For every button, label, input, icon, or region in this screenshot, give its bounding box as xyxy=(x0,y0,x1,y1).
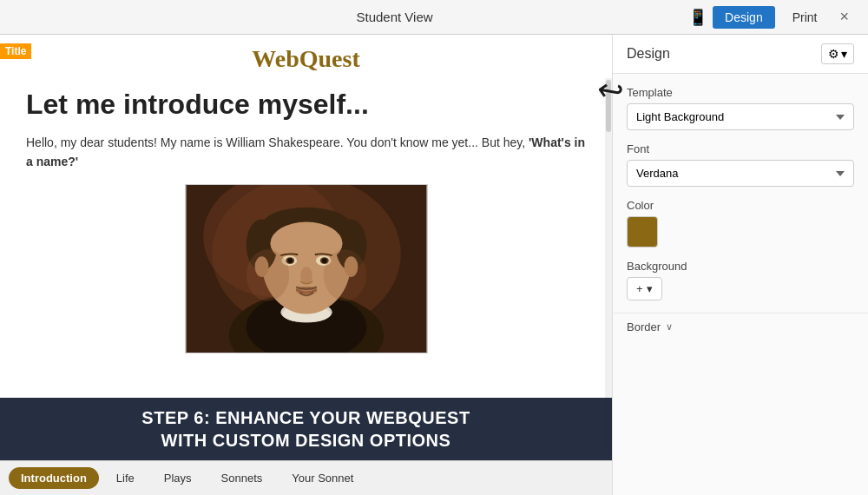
border-label: Border xyxy=(627,320,661,333)
svg-point-23 xyxy=(323,249,365,300)
color-field: Color xyxy=(627,199,854,248)
bg-chevron-icon: ▾ xyxy=(647,282,653,295)
design-body: Template Light Background Dark Backgroun… xyxy=(613,74,868,313)
template-select[interactable]: Light Background Dark Background Classic… xyxy=(627,103,854,130)
gear-icon: ⚙ xyxy=(828,47,839,61)
tab-introduction[interactable]: Introduction xyxy=(9,467,99,489)
gear-button[interactable]: ⚙ ▾ xyxy=(821,43,854,64)
webquest-title: WebQuest xyxy=(0,35,612,80)
svg-point-22 xyxy=(246,249,288,300)
svg-point-18 xyxy=(300,267,312,284)
font-label: Font xyxy=(627,142,854,155)
svg-point-16 xyxy=(287,258,293,263)
background-field: Background + ▾ xyxy=(627,260,854,300)
intro-text-body: Hello, my dear students! My name is Will… xyxy=(26,135,529,149)
color-label: Color xyxy=(627,199,854,212)
scroll-area[interactable] xyxy=(605,78,612,452)
main-layout: Title WebQuest Let me introduce myself..… xyxy=(0,35,868,495)
close-button[interactable]: × xyxy=(834,6,854,28)
svg-point-17 xyxy=(321,258,326,263)
tab-your-sonnet[interactable]: Your Sonnet xyxy=(279,467,365,489)
tab-sonnets[interactable]: Sonnets xyxy=(209,467,275,489)
tab-plays[interactable]: Plays xyxy=(152,467,204,489)
template-field: Template Light Background Dark Backgroun… xyxy=(627,86,854,130)
tabs-bar: Introduction Life Plays Sonnets Your Son… xyxy=(0,460,612,495)
banner-line1: STEP 6: ENHANCE YOUR WEBQUEST xyxy=(9,406,603,429)
top-bar: Student View 📱 Design Print × xyxy=(0,0,868,35)
template-label: Template xyxy=(627,86,854,99)
background-add-button[interactable]: + ▾ xyxy=(627,277,662,300)
design-panel-title: Design xyxy=(627,46,670,62)
print-button[interactable]: Print xyxy=(780,6,830,29)
portrait-image xyxy=(185,184,428,353)
border-row[interactable]: Border ∨ xyxy=(613,313,868,340)
tab-life[interactable]: Life xyxy=(104,467,147,489)
background-label: Background xyxy=(627,260,854,273)
intro-text: Hello, my dear students! My name is Will… xyxy=(26,133,586,172)
design-panel: ↪ Design ⚙ ▾ Template Light Background D… xyxy=(612,35,868,495)
color-swatch[interactable] xyxy=(627,216,658,248)
student-view-title: Student View xyxy=(101,10,688,24)
font-select[interactable]: Verdana Arial Georgia Times New Roman xyxy=(627,160,854,187)
student-panel: Title WebQuest Let me introduce myself..… xyxy=(0,35,612,495)
design-button[interactable]: Design xyxy=(713,6,775,29)
title-badge: Title xyxy=(0,43,31,59)
bg-plus-icon: + xyxy=(636,282,643,295)
border-chevron-icon: ∨ xyxy=(666,321,673,333)
step-banner: STEP 6: ENHANCE YOUR WEBQUEST WITH CUSTO… xyxy=(0,398,612,460)
banner-line2: WITH CUSTOM DESIGN OPTIONS xyxy=(9,429,603,452)
intro-heading: Let me introduce myself... xyxy=(26,89,586,121)
font-field: Font Verdana Arial Georgia Times New Rom… xyxy=(627,142,854,187)
top-bar-right: 📱 Design Print × xyxy=(688,6,854,29)
mobile-icon: 📱 xyxy=(688,8,707,27)
design-header: ↪ Design ⚙ ▾ xyxy=(613,35,868,74)
gear-chevron: ▾ xyxy=(841,47,847,61)
